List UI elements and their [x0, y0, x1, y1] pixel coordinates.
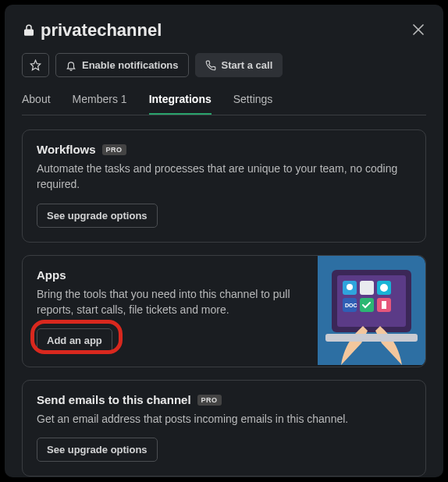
close-button[interactable]	[407, 19, 429, 41]
svg-rect-15	[382, 301, 386, 309]
workflows-title: Workflows	[37, 143, 96, 156]
svg-rect-8	[360, 281, 374, 295]
emails-card: Send emails to this channel PRO Get an e…	[22, 380, 426, 477]
tab-bar: About Members 1 Integrations Settings	[22, 93, 426, 115]
apps-desc: Bring the tools that you need into this …	[37, 286, 310, 318]
tab-about[interactable]: About	[22, 93, 51, 115]
channel-title: privatechannel	[41, 20, 162, 41]
star-button[interactable]	[22, 53, 49, 77]
svg-text:DOC: DOC	[345, 303, 357, 308]
apps-title: Apps	[37, 268, 66, 282]
svg-point-7	[347, 284, 353, 290]
apps-illustration: DOC	[318, 256, 425, 367]
add-app-button[interactable]: Add an app	[37, 328, 112, 353]
emails-desc: Get an email address that posts incoming…	[37, 411, 411, 427]
start-call-label: Start a call	[222, 59, 273, 71]
action-toolbar: Enable notifications Start a call	[22, 53, 426, 77]
modal-header: privatechannel	[22, 20, 426, 41]
channel-details-modal: privatechannel Enable notifications Star…	[5, 5, 443, 477]
emails-upgrade-button[interactable]: See upgrade options	[37, 438, 158, 462]
workflows-upgrade-button[interactable]: See upgrade options	[37, 204, 158, 228]
svg-point-10	[380, 284, 388, 292]
tab-settings[interactable]: Settings	[233, 93, 273, 115]
star-icon	[30, 59, 41, 71]
phone-icon	[205, 60, 216, 71]
tab-integrations[interactable]: Integrations	[149, 93, 212, 115]
emails-title: Send emails to this channel	[37, 393, 191, 406]
notifications-button[interactable]: Enable notifications	[55, 53, 189, 77]
lock-icon	[22, 23, 36, 37]
apps-card: Apps Bring the tools that you need into …	[22, 255, 426, 368]
svg-rect-16	[325, 334, 418, 342]
bell-icon	[66, 60, 76, 71]
pro-badge: PRO	[102, 144, 126, 155]
svg-marker-2	[30, 60, 41, 70]
workflows-desc: Automate the tasks and processes that ar…	[37, 161, 411, 193]
start-call-button[interactable]: Start a call	[195, 53, 283, 77]
pro-badge: PRO	[197, 395, 222, 406]
notifications-label: Enable notifications	[82, 59, 179, 71]
workflows-card: Workflows PRO Automate the tasks and pro…	[22, 129, 426, 243]
tab-members[interactable]: Members 1	[73, 93, 127, 115]
